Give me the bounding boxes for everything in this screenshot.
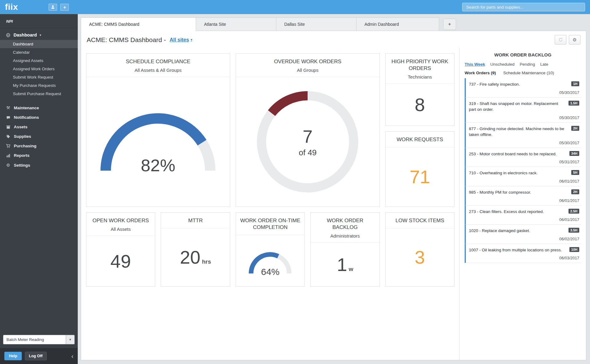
page-title: ACME: CMMS Dashboard - <box>87 36 166 44</box>
work-order-title: 273 - Clean filters. Excess dust reporte… <box>469 209 568 215</box>
sidebar-footer: Help Log Off ‹ <box>0 348 78 364</box>
main-nav: ⚒ Maintenance Notifications Assets <box>0 103 78 170</box>
overdue-total: of 49 <box>299 148 317 157</box>
sidebar-spacer <box>0 170 78 331</box>
sidebar-item-reports[interactable]: Reports <box>0 151 78 160</box>
backlog-item[interactable]: 737 - Fire safety inspection. 1H 05/30/2… <box>465 78 581 98</box>
backlog-item[interactable]: 319 - Shaft has snapped on motor. Replac… <box>465 98 581 123</box>
cart-icon <box>6 144 11 148</box>
sidebar-item-submit-purchase-request[interactable]: Submit Purchase Request <box>0 90 78 98</box>
widget-body: 64% <box>236 235 305 286</box>
tab-admin-dashboard[interactable]: Admin Dashboard <box>356 17 439 31</box>
sidebar-item-notifications[interactable]: Notifications <box>0 113 78 122</box>
sidebar-item-purchasing[interactable]: Purchasing <box>0 141 78 151</box>
subtab-work-orders[interactable]: Work Orders (9) <box>465 71 496 75</box>
donut-label: 7 of 49 <box>254 88 361 196</box>
backlog-subtabs: Work Orders (9) Schedule Maintenance (10… <box>465 71 581 75</box>
widget-header: WORK REQUESTS <box>386 132 454 147</box>
filter-unscheduled[interactable]: Unscheduled <box>490 62 515 67</box>
backlog-item[interactable]: 710 - Overheating in electronics rack. 5… <box>465 167 581 186</box>
sidebar-item-dashboard-home[interactable]: Dashboard <box>0 40 78 48</box>
backlog-item[interactable]: 985 - Monthly PM for compressor. 2H 06/0… <box>465 186 581 206</box>
refresh-button[interactable] <box>555 35 566 45</box>
batch-meter-reading-button[interactable]: Batch Meter Reading <box>3 335 66 344</box>
work-order-title: 710 - Overheating in electronics rack. <box>469 170 571 176</box>
nav-label: Settings <box>14 163 30 168</box>
sidebar-item-submit-work-request[interactable]: Submit Work Request <box>0 73 78 81</box>
user-button[interactable] <box>49 4 57 11</box>
due-date: 06/01/2017 <box>469 217 579 222</box>
widget-body: 82% <box>86 77 230 207</box>
due-date: 05/30/2017 <box>469 115 579 120</box>
sidebar-item-my-purchase-requests[interactable]: My Purchase Requests <box>0 81 78 90</box>
widget-header: MTTR <box>161 213 230 228</box>
dashboard-subnav: Dashboard Calendar Assigned Assets Assig… <box>0 40 78 98</box>
header-actions: ⚙ <box>555 35 580 45</box>
work-order-title: 985 - Monthly PM for compressor. <box>469 189 571 196</box>
wrench-icon: ⚒ <box>6 105 11 110</box>
tab-acme-cmms-dashboard[interactable]: ACME: CMMS Dashboard <box>81 17 196 31</box>
all-sites-label: All sites <box>170 37 189 43</box>
backlog-item[interactable]: 1007 - Oil leaking from multiple locatio… <box>465 244 581 263</box>
bar-chart-icon <box>6 153 11 158</box>
backlog-item[interactable]: 1020 - Replace damaged gasket. 3.5H 06/0… <box>465 225 581 244</box>
panel-body: SCHEDULE COMPLIANCE All Assets & All Gro… <box>81 48 586 360</box>
sidebar-item-assets[interactable]: Assets <box>0 122 78 132</box>
sidebar-item-dashboard[interactable]: Dashboard ▾ <box>0 28 78 40</box>
filter-pending[interactable]: Pending <box>520 62 535 67</box>
widget-title: SCHEDULE COMPLIANCE <box>89 58 227 65</box>
gauge-value: 82% <box>93 155 222 175</box>
tab-atlanta-site[interactable]: Atlanta Site <box>196 17 276 31</box>
sidebar-item-maintenance[interactable]: ⚒ Maintenance <box>0 103 78 113</box>
hours-badge: 10H <box>569 247 579 252</box>
hours-badge: 2H <box>571 126 579 131</box>
mttr-unit: hrs <box>202 258 211 265</box>
backlog-item[interactable]: 273 - Clean filters. Excess dust reporte… <box>465 206 581 225</box>
add-dashboard-tab-button[interactable]: + <box>443 19 456 30</box>
sidebar: NPI Dashboard ▾ Dashboard Calendar Assig… <box>0 14 78 364</box>
add-button[interactable]: + <box>60 4 69 11</box>
due-date: 06/02/2017 <box>469 237 579 241</box>
sidebar-item-supplies[interactable]: Supplies <box>0 132 78 141</box>
batch-meter-dropdown-button[interactable]: ▾ <box>66 335 75 344</box>
fiix-logo: fiix <box>5 2 18 12</box>
subtab-schedule-maintenance[interactable]: Schedule Maintenance (10) <box>503 71 554 75</box>
chevron-left-icon: ‹ <box>71 353 73 359</box>
widget-subtitle: Technicians <box>389 74 451 79</box>
dashboard-panel: ACME: CMMS Dashboard - All sites ▾ ⚙ <box>81 31 586 360</box>
backlog-item[interactable]: 877 - Grinding noise detected. Machine n… <box>465 123 581 148</box>
work-order-title: 1007 - Oil leaking from multiple locatio… <box>469 247 569 253</box>
dashboard-label: Dashboard <box>14 33 37 37</box>
hours-badge: 34H <box>569 151 579 156</box>
tab-dallas-site[interactable]: Dallas Site <box>276 17 356 31</box>
sidebar-item-assigned-assets[interactable]: Assigned Assets <box>0 56 78 65</box>
sidebar-item-settings[interactable]: ⚙ Settings <box>0 160 78 170</box>
gear-icon: ⚙ <box>6 163 11 168</box>
widget-body: 3 <box>386 228 454 286</box>
caret-down-icon: ▾ <box>40 33 41 37</box>
shell: NPI Dashboard ▾ Dashboard Calendar Assig… <box>0 14 590 364</box>
dashboard-settings-button[interactable]: ⚙ <box>569 35 580 45</box>
filter-this-week[interactable]: This Week <box>465 62 485 67</box>
topbar-buttons: + <box>49 4 69 11</box>
collapse-sidebar-button[interactable]: ‹ <box>71 353 73 359</box>
nav-label: Purchasing <box>14 144 37 148</box>
search-input[interactable] <box>462 3 585 11</box>
panel-header: ACME: CMMS Dashboard - All sites ▾ ⚙ <box>81 31 586 48</box>
due-date: 06/01/2017 <box>469 198 579 203</box>
backlog-panel-title: WORK ORDER BACKLOG <box>465 52 581 57</box>
sidebar-item-assigned-work-orders[interactable]: Assigned Work Orders <box>0 65 78 73</box>
backlog-item[interactable]: 253 - Motor control board needs to be re… <box>465 148 581 167</box>
all-sites-dropdown[interactable]: All sites ▾ <box>170 37 192 43</box>
due-date: 06/01/2017 <box>469 179 579 184</box>
widget-subtitle: All Assets & All Groups <box>89 68 227 73</box>
help-button[interactable]: Help <box>4 352 22 360</box>
filter-late[interactable]: Late <box>540 62 548 67</box>
hours-badge: 1H <box>571 81 579 86</box>
sidebar-item-calendar[interactable]: Calendar <box>0 48 78 56</box>
log-off-button[interactable]: Log Off <box>25 352 46 360</box>
widget-title: WORK ORDER BACKLOG <box>314 217 376 231</box>
org-label: NPI <box>0 14 78 28</box>
widget-header: OVERDUE WORK ORDERS All Groups <box>236 54 380 77</box>
nav-label: Supplies <box>14 134 31 139</box>
